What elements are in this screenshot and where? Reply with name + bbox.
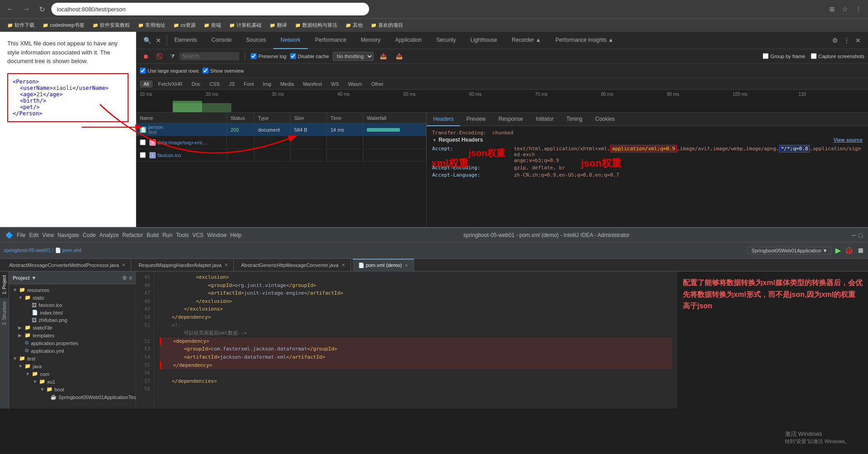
filter-ws[interactable]: WS [327,80,343,88]
star-button[interactable]: ☆ [839,4,851,15]
run-btn[interactable]: ▶ [835,246,841,255]
debug-btn[interactable]: 🐞 [844,246,853,255]
side-tab-structure[interactable]: 2: Structure [0,298,9,329]
request-headers-toggle[interactable]: ▼ [432,138,437,143]
tree-item-app-yml[interactable]: ⚙ application.yml [9,347,136,355]
bookmark-translate[interactable]: 📁翻译 [266,20,291,30]
run-config-selector[interactable]: Springboot05Web01Application ▼ [747,247,832,255]
bookmark-fav[interactable]: 📁喜欢的项目 [367,20,407,30]
view-source-btn[interactable]: View source [833,137,863,143]
editor-tab-pom[interactable]: 📄 pom.xml (demo) ✕ [353,259,414,271]
large-rows-label[interactable]: Use large request rows [140,68,199,74]
tree-item-xu1[interactable]: ▼ 📁 xu1 [9,378,136,385]
address-bar[interactable]: localhost:8080/test/person [51,3,369,15]
tree-item-favicon[interactable]: 🖼 favicon.ico [9,301,136,309]
request-row-svg[interactable]: S data:image/svg+xml,... [136,136,426,149]
bookmark-cs-basics[interactable]: 📁计算机基础 [226,20,265,30]
idea-menu-file[interactable]: File [17,232,25,238]
disable-cache-checkbox[interactable] [290,53,296,59]
filter-img[interactable]: Img [259,80,275,88]
tree-item-boot[interactable]: ▼ 📁 boot [9,385,136,393]
clear-button[interactable]: 🚫 [153,52,166,60]
show-overview-checkbox[interactable] [202,68,208,74]
nav-back-button[interactable]: ← [4,3,16,15]
bookmark-common[interactable]: 📁常用地址 [134,20,169,30]
filter-media[interactable]: Media [276,80,297,88]
search-bar[interactable] [179,52,239,60]
sidebar-expand-btn[interactable]: ≡ [129,275,132,281]
side-tab-project[interactable]: 1: Project [0,271,9,298]
detail-tab-initiator[interactable]: Initiator [529,113,560,126]
row-checkbox-svg[interactable] [140,139,146,145]
filter-wasm[interactable]: Wasm [345,80,366,88]
search-input[interactable] [182,53,237,59]
throttle-select[interactable]: No throttling [333,52,374,61]
devtools-close-panel-btn[interactable]: ✕ [853,35,863,46]
filter-other[interactable]: Other [367,80,387,88]
devtools-settings-btn[interactable]: ⚙ [830,35,840,46]
tab-performance[interactable]: Performance [308,32,354,49]
tab-memory[interactable]: Memory [354,32,388,49]
idea-menu-help[interactable]: Help [230,232,242,238]
tab-security[interactable]: Security [429,32,463,49]
filter-doc[interactable]: Doc [188,80,204,88]
filter-js[interactable]: JS [225,80,238,88]
preserve-log-label[interactable]: Preserve log [251,53,286,59]
idea-menu-analyze[interactable]: Analyze [99,232,119,238]
tree-item-zhifubao[interactable]: 🖼 zhifubao.png [9,316,136,324]
bookmark-other[interactable]: 📁其他 [342,20,366,30]
row-checkbox-favicon[interactable] [140,152,146,158]
tree-item-app-props[interactable]: ⚙ application.properties [9,339,136,347]
idea-menu-tools[interactable]: Tools [176,232,189,238]
idea-menu-build[interactable]: Build [147,232,159,238]
large-rows-checkbox[interactable] [140,68,146,74]
filter-fetch[interactable]: Fetch/XHR [154,80,186,88]
request-row-person[interactable]: 📄 person /test 200 document 584 B 14 ms [136,123,426,136]
close-tab-btn3[interactable]: ✕ [341,262,345,267]
idea-menu-view[interactable]: View [42,232,54,238]
tree-item-staticfile[interactable]: ▶ 📁 staticFile [9,324,136,331]
bookmark-codesheep[interactable]: 📁codesheep书签 [39,20,88,30]
editor-tab-request-mapping[interactable]: RequestMappingHandlerAdapter.java ✕ [133,259,234,271]
idea-menu-vcs[interactable]: VCS [192,232,204,238]
idea-menu-window[interactable]: Window [207,232,227,238]
filter-button[interactable]: ⧩ [168,52,178,60]
tree-item-test[interactable]: ▼ 📁 test [9,355,136,362]
tree-item-static[interactable]: ▼ 📁 static [9,294,136,301]
close-tab-btn2[interactable]: ✕ [224,262,228,267]
detail-tab-cookies[interactable]: Cookies [589,113,621,126]
idea-minimize-btn[interactable]: ─ [852,232,856,239]
tab-recorder[interactable]: Recorder ▲ [504,32,548,49]
tree-item-java[interactable]: ▼ 📁 java [9,362,136,370]
tree-item-index[interactable]: 📄 index.html [9,309,136,316]
capture-screenshots-label[interactable]: Capture screenshots [811,53,865,59]
extensions-button[interactable]: ⊞ [827,4,838,15]
stop-btn[interactable]: ⏹ [857,247,864,255]
detail-tab-response[interactable]: Response [492,113,529,126]
detail-tab-timing[interactable]: Timing [560,113,589,126]
filter-all[interactable]: All [140,80,153,88]
bookmark-install[interactable]: 📁软件安装教程 [89,20,133,30]
more-button[interactable]: ⋮ [853,4,864,15]
bookmark-ds[interactable]: 📁数据结构与算法 [291,20,341,30]
tab-elements[interactable]: Elements [167,32,204,49]
idea-menu-code[interactable]: Code [83,232,96,238]
export-btn[interactable]: 📥 [393,52,405,60]
filter-manifest[interactable]: Manifest [299,80,326,88]
tab-sources[interactable]: Sources [239,32,273,49]
bookmark-frontend[interactable]: 📁前端 [200,20,225,30]
close-tab-btn4[interactable]: ✕ [404,263,408,268]
tab-console[interactable]: Console [204,32,239,49]
tree-item-app-tests[interactable]: ☕ Springboot05Web01ApplicationTests [9,393,136,401]
show-overview-label[interactable]: Show overview [202,68,244,74]
editor-tab-abstract-generic[interactable]: AbstractGenericHttpMessageConverter.java… [236,259,351,271]
sidebar-gear-btn[interactable]: ⚙ [122,275,127,281]
idea-menu-edit[interactable]: Edit [29,232,39,238]
filter-css[interactable]: CSS [206,80,224,88]
devtools-search-btn[interactable]: 🔍 [142,35,153,46]
close-tab-btn[interactable]: ✕ [122,262,125,267]
capture-screenshots-checkbox[interactable] [811,53,817,59]
detail-tab-preview[interactable]: Preview [460,113,492,126]
record-button[interactable]: ⏺ [140,52,152,61]
bookmark-software[interactable]: 📁软件下载 [4,20,38,30]
